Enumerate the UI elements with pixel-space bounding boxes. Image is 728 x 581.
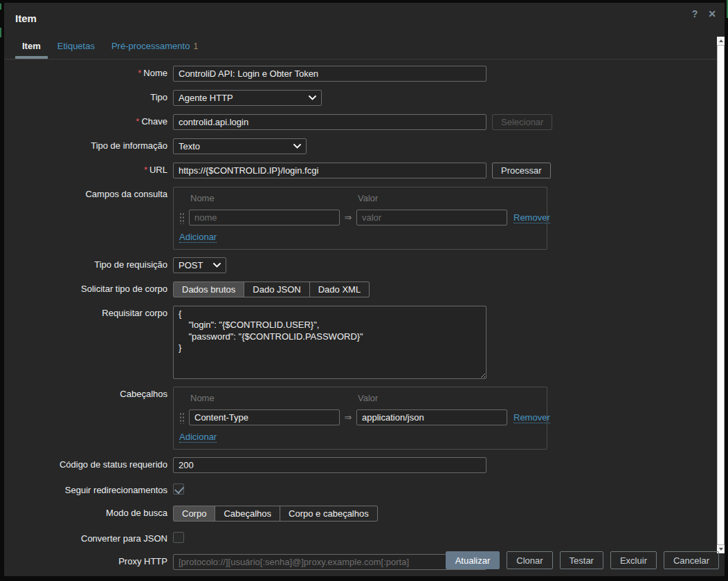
body-type-dados-brutos[interactable]: Dados brutos xyxy=(174,282,244,297)
convert-to-json-checkbox[interactable] xyxy=(173,532,184,543)
tipo-corpo-label: Solicitar tipo de corpo xyxy=(4,282,167,294)
cabecalhos-label: Cabeçalhos xyxy=(4,387,167,399)
adicionar-link[interactable]: Adicionar xyxy=(179,432,217,443)
nome-label: *Nome xyxy=(4,66,167,78)
clonar-button[interactable]: Clonar xyxy=(507,551,552,569)
item-dialog: Item ? ✕ Item Etiquetas Pré-processament… xyxy=(4,3,725,576)
url-label: *URL xyxy=(4,163,167,175)
column-header-nome: Nome xyxy=(189,193,340,210)
required-marker: * xyxy=(136,116,139,127)
url-input[interactable] xyxy=(173,163,486,178)
status-code-input[interactable] xyxy=(173,457,486,473)
requisitar-corpo-label: Requisitar corpo xyxy=(4,306,167,318)
follow-redirects-checkbox[interactable] xyxy=(173,483,184,495)
query-fields-box: Nome Valor ⇒ Remover Adicionar xyxy=(173,187,547,250)
background-page-fragment xyxy=(0,3,1,10)
tipo-requisicao-label: Tipo de requisição xyxy=(4,257,167,270)
chevron-down-icon xyxy=(293,144,301,149)
retrieve-mode-corpo[interactable]: Corpo xyxy=(174,506,215,521)
chevron-down-icon xyxy=(213,263,221,268)
cancelar-button[interactable]: Cancelar xyxy=(664,551,719,569)
remover-link[interactable]: Remover xyxy=(513,412,550,423)
tab-count-badge: 1 xyxy=(193,42,198,51)
tipo-label: Tipo xyxy=(4,90,167,102)
column-header-valor: Valor xyxy=(356,193,507,210)
convert-to-json-label: Converter para JSON xyxy=(4,531,167,544)
selecionar-button[interactable]: Selecionar xyxy=(492,114,552,130)
retrieve-mode-segmented: Corpo Cabeçalhos Corpo e cabeçalhos xyxy=(173,506,378,522)
tab-pre-processamento[interactable]: Pré-processamento1 xyxy=(103,37,206,59)
tab-item[interactable]: Item xyxy=(14,37,49,59)
tab-etiquetas[interactable]: Etiquetas xyxy=(49,37,103,59)
dialog-title: Item xyxy=(15,12,37,24)
query-name-input[interactable] xyxy=(189,210,340,225)
body-type-segmented: Dados brutos Dado JSON Dado XML xyxy=(173,282,370,297)
request-body-textarea[interactable]: { "login": "{$CONTROLID.USER}", "passwor… xyxy=(173,306,486,379)
chave-input[interactable] xyxy=(173,114,486,130)
column-header-valor: Valor xyxy=(356,393,507,409)
chave-label: *Chave xyxy=(4,114,167,127)
body-type-dado-json[interactable]: Dado JSON xyxy=(244,282,309,297)
dialog-footer: Atualizar Clonar Testar Excluir Cancelar xyxy=(4,548,725,576)
dialog-header: Item ? ✕ xyxy=(4,3,725,36)
arrow-right-icon: ⇒ xyxy=(340,412,356,423)
tipo-informacao-select[interactable]: Texto xyxy=(173,138,307,154)
background-page-fragment xyxy=(0,28,1,37)
vertical-scrollbar[interactable] xyxy=(717,37,725,553)
retrieve-mode-corpo-e-cabecalhos[interactable]: Corpo e cabeçalhos xyxy=(280,506,377,521)
excluir-button[interactable]: Excluir xyxy=(610,551,657,569)
drag-handle-icon[interactable] xyxy=(179,212,184,224)
follow-redirects-label: Seguir redirecionamentos xyxy=(4,483,167,495)
campos-consulta-label: Campos da consulta xyxy=(4,187,167,199)
tab-bar: Item Etiquetas Pré-processamento1 xyxy=(4,36,725,59)
header-value-input[interactable] xyxy=(356,409,507,425)
help-icon[interactable]: ? xyxy=(692,8,698,19)
headers-box: Nome Valor ⇒ Remover Adicionar xyxy=(173,387,547,450)
scroll-up-icon[interactable] xyxy=(717,37,725,45)
tipo-select[interactable]: Agente HTTP xyxy=(173,90,322,106)
query-value-input[interactable] xyxy=(356,210,507,225)
column-header-nome: Nome xyxy=(189,393,340,409)
scrollbar-thumb[interactable] xyxy=(717,45,725,545)
query-field-row: ⇒ Remover xyxy=(179,210,540,225)
body-type-dado-xml[interactable]: Dado XML xyxy=(309,282,369,297)
required-marker: * xyxy=(144,165,147,175)
atualizar-button[interactable]: Atualizar xyxy=(446,551,500,569)
required-marker: * xyxy=(138,68,141,78)
nome-input[interactable] xyxy=(173,66,486,82)
header-row: ⇒ Remover xyxy=(179,409,540,425)
arrow-right-icon: ⇒ xyxy=(340,212,356,223)
chevron-down-icon xyxy=(309,95,316,100)
retrieve-mode-label: Modo de busca xyxy=(4,506,167,518)
tipo-informacao-label: Tipo de informação xyxy=(4,138,167,151)
tipo-requisicao-select[interactable]: POST xyxy=(173,257,226,273)
header-name-input[interactable] xyxy=(189,409,340,425)
item-form: *Nome Tipo Agente HTTP *Chave Selecionar xyxy=(4,59,725,570)
close-icon[interactable]: ✕ xyxy=(708,8,716,19)
status-code-label: Código de status requerido xyxy=(4,457,167,470)
adicionar-link[interactable]: Adicionar xyxy=(179,232,217,243)
drag-handle-icon[interactable] xyxy=(179,412,184,424)
retrieve-mode-cabecalhos[interactable]: Cabeçalhos xyxy=(215,506,280,521)
testar-button[interactable]: Testar xyxy=(560,551,603,569)
processar-button[interactable]: Processar xyxy=(492,163,551,178)
remover-link[interactable]: Remover xyxy=(513,212,550,223)
